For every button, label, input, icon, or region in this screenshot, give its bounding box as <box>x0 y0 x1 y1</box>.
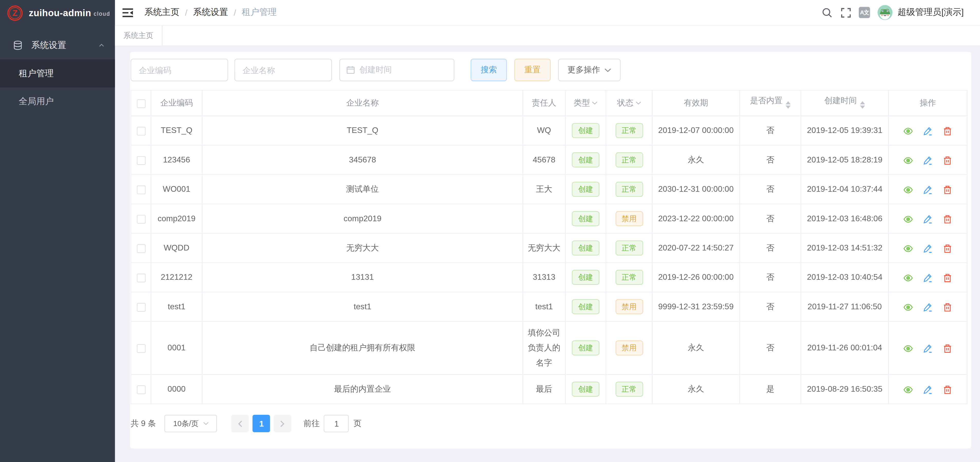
row-checkbox[interactable] <box>137 344 145 352</box>
logo-icon: Z <box>7 5 23 21</box>
view-button[interactable] <box>903 343 913 353</box>
next-page-button[interactable] <box>274 415 291 432</box>
select-all-checkbox[interactable] <box>137 99 145 108</box>
delete-button[interactable] <box>942 343 953 353</box>
row-checkbox[interactable] <box>137 185 145 194</box>
delete-button[interactable] <box>942 155 953 165</box>
view-button[interactable] <box>903 384 913 394</box>
enterprise-code-input[interactable] <box>131 59 228 81</box>
chevron-down-icon <box>604 68 611 72</box>
sidebar-group-label: 系统设置 <box>31 40 66 51</box>
delete-button[interactable] <box>942 126 953 136</box>
cell-created: 2019-12-04 10:37:44 <box>801 175 889 204</box>
status-tag: 正常 <box>615 182 643 197</box>
cell-builtin: 是 <box>740 375 801 404</box>
view-button[interactable] <box>903 273 913 283</box>
calendar-icon <box>346 66 355 75</box>
edit-button[interactable] <box>923 155 933 165</box>
avatar[interactable] <box>878 5 892 20</box>
sidebar-group-system-settings[interactable]: 系统设置 <box>0 31 115 60</box>
view-button[interactable] <box>903 214 913 224</box>
cell-owner: WQ <box>523 116 565 145</box>
edit-button[interactable] <box>923 384 933 394</box>
search-button[interactable]: 搜索 <box>471 59 507 81</box>
page-size-select[interactable]: 10条/页 <box>165 415 217 432</box>
breadcrumb-separator: / <box>234 8 236 17</box>
sidebar-item-tenant-management[interactable]: 租户管理 <box>0 59 115 87</box>
edit-button[interactable] <box>923 184 933 195</box>
cell-enterprise-name: 测试单位 <box>202 175 523 204</box>
delete-button[interactable] <box>942 273 953 283</box>
view-button[interactable] <box>903 126 913 136</box>
app-logo[interactable]: Z zuihou-admin cloud <box>0 0 115 26</box>
view-button[interactable] <box>903 302 913 312</box>
goto-page-input[interactable] <box>324 415 349 432</box>
row-checkbox[interactable] <box>137 385 145 394</box>
col-header-builtin[interactable]: 是否内置 <box>740 90 801 116</box>
edit-button[interactable] <box>923 302 933 312</box>
language-icon[interactable]: A文 <box>855 0 874 25</box>
view-button[interactable] <box>903 184 913 195</box>
delete-button[interactable] <box>942 184 953 195</box>
fullscreen-icon[interactable] <box>837 0 855 25</box>
row-checkbox[interactable] <box>137 127 145 135</box>
more-actions-button[interactable]: 更多操作 <box>558 59 620 81</box>
sidebar-menu: 系统设置 租户管理 全局用户 <box>0 26 115 116</box>
cell-enterprise-code: WO001 <box>151 175 202 204</box>
view-button[interactable] <box>903 155 913 165</box>
row-checkbox[interactable] <box>137 273 145 282</box>
delete-button[interactable] <box>942 243 953 253</box>
cell-owner: 45678 <box>523 145 565 175</box>
col-header-name: 企业名称 <box>202 90 523 116</box>
cell-expire: 永久 <box>652 375 740 404</box>
logo-letter: Z <box>13 8 18 17</box>
reset-button[interactable]: 重置 <box>514 59 550 81</box>
col-header-status[interactable]: 状态 <box>606 90 652 116</box>
edit-button[interactable] <box>923 343 933 353</box>
delete-button[interactable] <box>942 384 953 394</box>
row-checkbox[interactable] <box>137 244 145 253</box>
status-tag: 正常 <box>615 123 643 138</box>
sidebar-collapse-button[interactable] <box>115 0 140 25</box>
enterprise-name-input[interactable] <box>234 59 332 81</box>
col-header-created[interactable]: 创建时间 <box>801 90 889 116</box>
edit-button[interactable] <box>923 273 933 283</box>
breadcrumb-item-home[interactable]: 系统主页 <box>144 7 179 18</box>
cell-expire: 永久 <box>652 145 740 175</box>
search-icon[interactable] <box>818 0 837 25</box>
edit-button[interactable] <box>923 243 933 253</box>
cell-owner: 31313 <box>523 263 565 292</box>
table-row: comp2019 comp2019 创建 禁用 2023-12-22 00:00… <box>131 204 967 233</box>
cell-owner: test1 <box>523 292 565 321</box>
topbar: 系统主页 / 系统设置 / 租户管理 A文 <box>115 0 980 26</box>
page-number-button[interactable]: 1 <box>253 415 270 432</box>
type-tag: 创建 <box>572 182 600 197</box>
delete-button[interactable] <box>942 214 953 224</box>
cell-enterprise-name: 无穷大大 <box>202 233 523 263</box>
edit-button[interactable] <box>923 126 933 136</box>
filter-arrow-icon <box>592 97 598 107</box>
status-tag: 正常 <box>615 382 643 397</box>
current-user[interactable]: 超级管理员[演示] <box>897 7 964 18</box>
table-row: 0000 最后的内置企业 最后 创建 正常 永久 是 2019-08-29 16… <box>131 375 967 404</box>
cell-builtin: 否 <box>740 145 801 175</box>
sidebar-item-global-users[interactable]: 全局用户 <box>0 87 115 116</box>
col-header-type[interactable]: 类型 <box>565 90 606 116</box>
row-checkbox[interactable] <box>137 214 145 223</box>
prev-page-button[interactable] <box>232 415 249 432</box>
cell-owner: 王大 <box>523 175 565 204</box>
col-header-actions: 操作 <box>888 90 967 116</box>
view-button[interactable] <box>903 243 913 253</box>
create-time-input[interactable]: 创建时间 <box>339 59 454 81</box>
cell-created: 2019-12-05 18:28:19 <box>801 145 889 175</box>
delete-button[interactable] <box>942 302 953 312</box>
cell-created: 2019-08-29 16:50:35 <box>801 375 889 404</box>
breadcrumb-item-settings[interactable]: 系统设置 <box>193 7 228 18</box>
row-checkbox[interactable] <box>137 303 145 311</box>
edit-button[interactable] <box>923 214 933 224</box>
col-header-owner: 责任人 <box>523 90 565 116</box>
row-checkbox[interactable] <box>137 156 145 165</box>
cell-builtin: 否 <box>740 263 801 292</box>
tenant-panel: 创建时间 搜索 重置 更多操作 <box>130 52 971 448</box>
tab-system-home[interactable]: 系统主页 <box>115 26 162 46</box>
